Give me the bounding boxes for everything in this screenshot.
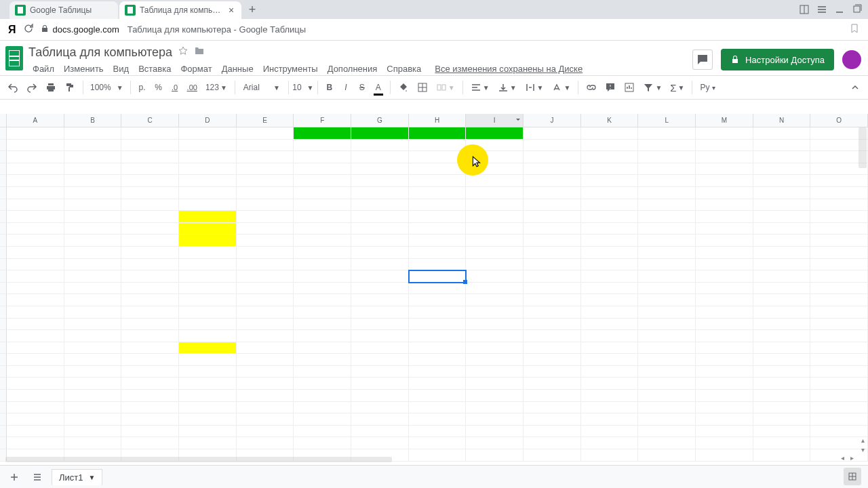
cell[interactable] [810,247,868,259]
cell[interactable] [237,270,294,283]
cell[interactable] [64,390,122,402]
column-header[interactable]: I [466,114,524,127]
cell[interactable] [237,247,294,259]
cell[interactable] [351,306,409,319]
horizontal-scrollbar[interactable] [5,457,392,462]
cell[interactable] [466,247,524,259]
cell[interactable] [696,402,753,414]
cell[interactable] [696,413,753,426]
cell[interactable] [294,294,351,306]
cell[interactable] [638,259,696,271]
cell[interactable] [237,402,294,414]
cell[interactable] [409,259,467,271]
cell[interactable] [64,306,122,319]
yandex-icon[interactable]: Я [8,24,16,36]
cell[interactable] [810,259,868,271]
cell[interactable] [121,294,179,306]
close-tab-icon[interactable]: × [226,5,236,15]
cell[interactable] [7,235,64,247]
cell[interactable] [409,330,467,342]
cell[interactable] [524,294,581,306]
cell[interactable] [351,163,409,176]
cell[interactable] [638,163,696,176]
cell[interactable] [7,294,64,306]
cell[interactable] [409,426,467,438]
cell[interactable] [7,175,64,187]
cell[interactable] [64,223,122,235]
cell[interactable] [466,211,524,223]
cell[interactable] [121,366,179,378]
cell[interactable] [753,223,811,235]
cell[interactable] [466,294,524,306]
cell[interactable] [409,270,467,283]
cell[interactable] [237,354,294,366]
cell[interactable] [237,437,294,449]
cell[interactable] [121,426,179,438]
cell[interactable] [581,294,639,306]
cell[interactable] [121,378,179,390]
cell[interactable] [179,354,237,366]
cell[interactable] [466,199,524,211]
cell[interactable] [466,354,524,366]
cell[interactable] [409,402,467,414]
cell[interactable] [294,270,351,283]
cell[interactable] [121,247,179,259]
align-horizontal-button[interactable]: ▼ [467,79,493,96]
cell[interactable] [294,151,351,163]
cell[interactable] [581,270,639,283]
cell[interactable] [351,390,409,402]
cell[interactable] [696,319,753,331]
cell[interactable] [581,437,639,449]
cell[interactable] [753,354,811,366]
cell[interactable] [753,402,811,414]
cell[interactable] [409,294,467,306]
cell[interactable] [581,283,639,295]
cell[interactable] [294,366,351,378]
url-field[interactable]: docs.google.com Таблица для компьютера -… [41,24,843,35]
cell[interactable] [351,270,409,283]
cell[interactable] [466,127,524,140]
column-header[interactable]: D [179,114,237,127]
cell[interactable] [638,413,696,426]
cell[interactable] [409,223,467,235]
cell[interactable] [64,378,122,390]
cell[interactable] [179,390,237,402]
bookmark-icon[interactable] [849,23,860,37]
cell[interactable] [466,319,524,331]
cell[interactable] [409,342,467,354]
cell[interactable] [409,306,467,319]
cell[interactable] [409,449,467,462]
cell[interactable] [524,223,581,235]
cell[interactable] [466,342,524,354]
cell[interactable] [810,426,868,438]
row-header[interactable] [0,187,7,199]
cell[interactable] [294,140,351,152]
cell[interactable] [753,319,811,331]
cell[interactable] [638,151,696,163]
cell[interactable] [64,437,122,449]
cell[interactable] [179,259,237,271]
row-header[interactable] [0,413,7,426]
column-header[interactable]: H [409,114,467,127]
maximize-icon[interactable] [850,3,864,16]
strikethrough-button[interactable]: S [355,79,370,96]
row-header[interactable] [0,390,7,402]
cell[interactable] [351,354,409,366]
cell[interactable] [581,163,639,176]
cell[interactable] [696,187,753,199]
cell[interactable] [294,199,351,211]
cell[interactable] [7,402,64,414]
cell[interactable] [237,223,294,235]
insert-chart-button[interactable] [620,79,638,96]
cell[interactable] [638,342,696,354]
cell[interactable] [121,175,179,187]
cell[interactable] [237,175,294,187]
star-icon[interactable] [178,45,189,59]
cell[interactable] [581,449,639,462]
cell[interactable] [237,342,294,354]
cell[interactable] [64,426,122,438]
cell[interactable] [294,390,351,402]
cell[interactable] [409,366,467,378]
cell[interactable] [524,306,581,319]
cell[interactable] [810,283,868,295]
